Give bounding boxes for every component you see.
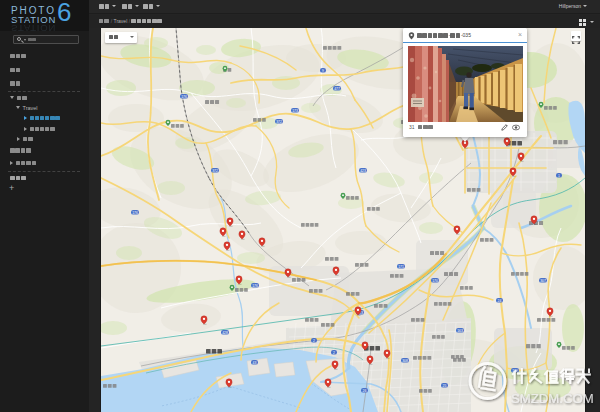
svg-text:26: 26	[363, 389, 367, 393]
svg-text:24: 24	[498, 299, 502, 303]
svg-text:372: 372	[276, 120, 282, 124]
svg-text:308: 308	[402, 359, 408, 363]
svg-text:176: 176	[132, 211, 138, 215]
svg-text:423: 423	[360, 169, 366, 173]
svg-text:372: 372	[212, 169, 218, 173]
svg-text:43: 43	[253, 361, 257, 365]
svg-text:9: 9	[322, 69, 324, 73]
svg-text:171: 171	[398, 265, 404, 269]
svg-text:163: 163	[457, 329, 463, 333]
svg-text:176: 176	[252, 284, 258, 288]
svg-text:307: 307	[540, 279, 546, 283]
svg-text:477: 477	[334, 87, 340, 91]
svg-text:SMZDM.COM: SMZDM.COM	[511, 391, 594, 406]
svg-text:2: 2	[313, 339, 315, 343]
svg-text:2: 2	[333, 351, 335, 355]
svg-text:428: 428	[222, 331, 228, 335]
svg-text:176: 176	[181, 95, 187, 99]
svg-text:25: 25	[443, 384, 447, 388]
svg-text:1: 1	[558, 174, 560, 178]
svg-text:173: 173	[292, 109, 298, 113]
svg-text:170: 170	[432, 279, 438, 283]
